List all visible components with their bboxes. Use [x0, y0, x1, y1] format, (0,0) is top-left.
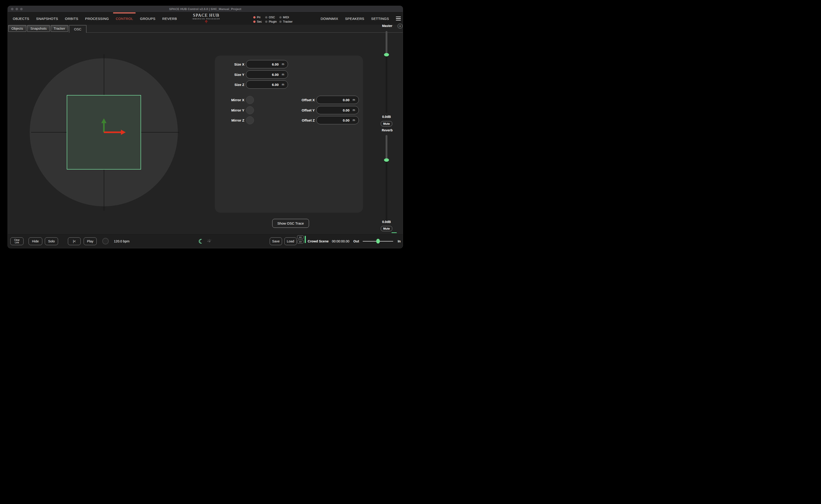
- nav-item-downmix[interactable]: DOWNMIX: [321, 17, 338, 21]
- size-y-value: 6.00: [248, 73, 282, 77]
- play-button[interactable]: Play: [84, 237, 97, 245]
- master-level-readout: 0.0dB: [379, 115, 393, 119]
- tab-tracker[interactable]: Tracker: [51, 25, 68, 32]
- master-mute-button[interactable]: Mute: [381, 121, 392, 126]
- nav-item-speakers[interactable]: SPEAKERS: [345, 17, 364, 21]
- size-x-label: Size X: [215, 62, 244, 66]
- size-y-field[interactable]: 6.00 m: [246, 70, 288, 79]
- target-icon: [190, 20, 222, 23]
- master-fader-track-upper: [385, 31, 387, 55]
- master-expand-button[interactable]: >: [398, 24, 402, 28]
- reverb-mute-button[interactable]: Mute: [381, 226, 392, 231]
- nav-item-groups[interactable]: GROUPS: [140, 17, 155, 21]
- sec-indicator-dot: [253, 21, 255, 23]
- osc-indicator-dot: [265, 16, 267, 19]
- nav-item-reverb[interactable]: REVERB: [162, 17, 177, 21]
- in-label: In: [398, 234, 401, 248]
- size-z-label: Size Z: [215, 83, 244, 87]
- size-x-unit: m: [282, 63, 285, 66]
- size-y-label: Size Y: [215, 73, 244, 77]
- reverb-meter-dash: [391, 232, 397, 233]
- tempo-readout: 120.0 bpm: [114, 234, 130, 248]
- status-sec: Sec: [253, 20, 265, 23]
- size-z-unit: m: [282, 83, 285, 86]
- logo-name: SPACE HUB: [190, 13, 222, 18]
- hamburger-menu-icon[interactable]: [396, 16, 401, 21]
- offset-z-label: Offset Z: [215, 118, 315, 122]
- show-osc-trace-button[interactable]: Show OSC Trace: [272, 219, 309, 228]
- master-fader[interactable]: [385, 31, 387, 113]
- master-fader-handle[interactable]: [384, 53, 389, 56]
- app-window: SPACE HUB Control v2.0.0 | SHC_Manual_Pr…: [8, 6, 403, 248]
- offset-y-value: 0.00: [319, 108, 353, 112]
- save-button[interactable]: Save: [270, 237, 282, 245]
- offset-y-label: Offset Y: [215, 108, 315, 112]
- out-label: Out: [353, 234, 359, 248]
- tab-objects[interactable]: Objects: [8, 25, 26, 32]
- connection-status: Pri OSC MIDI Sec Plugin: [253, 15, 298, 24]
- status-osc: OSC: [265, 16, 279, 19]
- offset-x-value: 0.00: [319, 98, 353, 102]
- nav-item-objects[interactable]: OBJECTS: [13, 17, 29, 21]
- reverb-label: Reverb: [380, 128, 394, 132]
- size-z-value: 6.00: [248, 83, 282, 87]
- moon-icon[interactable]: [198, 239, 204, 244]
- nav-item-control[interactable]: CONTROL: [116, 17, 133, 21]
- reverb-fader-handle[interactable]: [384, 158, 389, 162]
- scene-name: Crowd Scene: [308, 234, 329, 248]
- scene-next-button[interactable]: >>: [297, 240, 303, 244]
- nav-left-group: OBJECTS SNAPSHOTS ORBITS PROCESSING CONT…: [13, 12, 177, 25]
- osc-settings-panel: Size X 6.00 m Size Y 6.00 m Size Z 6.00 …: [215, 56, 363, 213]
- offset-z-value: 0.00: [319, 118, 353, 122]
- scene-prev-button[interactable]: <<: [297, 235, 303, 239]
- nav-item-orbits[interactable]: ORBITS: [65, 17, 78, 21]
- master-label: Master: [380, 24, 394, 28]
- nav-item-settings[interactable]: SETTINGS: [371, 17, 389, 21]
- offset-z-field[interactable]: 0.00 m: [316, 116, 359, 124]
- sun-icon[interactable]: [207, 239, 212, 244]
- size-x-field[interactable]: 6.00 m: [246, 60, 288, 68]
- size-z-field[interactable]: 6.00 m: [246, 80, 288, 89]
- tab-strip: Objects Snapshots Tracker OSC: [8, 25, 403, 33]
- title-bar: SPACE HUB Control v2.0.0 | SHC_Manual_Pr…: [8, 6, 403, 12]
- rewind-button[interactable]: |<: [68, 237, 81, 245]
- pri-indicator-dot: [253, 16, 255, 19]
- offset-x-label: Offset X: [215, 98, 315, 102]
- reverb-fader[interactable]: [385, 135, 387, 220]
- load-button[interactable]: Load: [284, 237, 297, 245]
- logo-tagline: IMMERSIVE PROCESSOR: [190, 18, 222, 20]
- transport-bar: Clear Link Hide Solo |< Play 120.0 bpm: [8, 234, 403, 248]
- size-y-unit: m: [282, 73, 285, 76]
- tracker-indicator-dot: [279, 21, 281, 23]
- reverb-fader-track-upper: [385, 135, 387, 160]
- osc-zone-square[interactable]: [67, 95, 141, 170]
- nav-item-processing[interactable]: PROCESSING: [85, 17, 109, 21]
- clear-link-button[interactable]: Clear Link: [10, 237, 24, 245]
- status-midi: MIDI: [279, 16, 298, 19]
- reverb-level-readout: 0.0dB: [379, 220, 393, 224]
- midi-indicator-dot: [279, 16, 281, 19]
- plugin-indicator-dot: [265, 21, 267, 23]
- size-x-value: 6.00: [248, 62, 282, 66]
- offset-y-unit: m: [353, 109, 356, 112]
- offset-y-field[interactable]: 0.00 m: [316, 106, 359, 114]
- nav-right-group: DOWNMIX SPEAKERS SETTINGS: [321, 12, 401, 25]
- nav-item-snapshots[interactable]: SNAPSHOTS: [36, 17, 58, 21]
- hide-button[interactable]: Hide: [29, 237, 42, 245]
- scene-active-indicator: [305, 236, 306, 243]
- offset-x-field[interactable]: 0.00 m: [316, 96, 359, 104]
- status-pri: Pri: [253, 16, 265, 19]
- tempo-knob[interactable]: [102, 238, 109, 244]
- offset-z-unit: m: [353, 119, 356, 122]
- timecode-readout: 00:00:00.00: [332, 234, 349, 248]
- tab-osc[interactable]: OSC: [69, 25, 86, 33]
- main-nav: OBJECTS SNAPSHOTS ORBITS PROCESSING CONT…: [8, 12, 403, 25]
- solo-button[interactable]: Solo: [45, 237, 58, 245]
- status-plugin: Plugin: [265, 20, 279, 23]
- in-out-slider-handle[interactable]: [376, 239, 380, 244]
- offset-x-unit: m: [353, 98, 356, 101]
- app-logo: SPACE HUB IMMERSIVE PROCESSOR: [190, 13, 222, 23]
- window-title: SPACE HUB Control v2.0.0 | SHC_Manual_Pr…: [8, 6, 403, 12]
- tab-snapshots[interactable]: Snapshots: [27, 25, 50, 32]
- status-tracker: Tracker: [279, 20, 298, 23]
